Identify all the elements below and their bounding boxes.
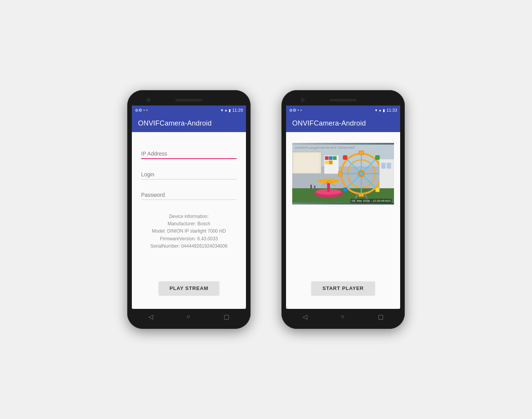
svg-rect-20	[359, 193, 364, 196]
camera-timestamp: 09. Mar 2018 - 12:29:46:623	[350, 199, 392, 203]
status-right-icons-1: ▾ ▲ ▮ 11:29	[221, 108, 243, 113]
speaker-1	[175, 99, 202, 101]
status-bar-2: ⚙ ▪ ● ▾ ▲ ▮ 11:33	[286, 106, 400, 115]
svg-rect-24	[375, 156, 379, 159]
phone-2-top	[286, 95, 400, 106]
signal-bars-1: ▲	[224, 108, 228, 112]
phone-2-screen: ⚙ ▪ ● ▾ ▲ ▮ 11:33 ONVIFCamera-Android	[286, 106, 400, 309]
sim-icon-2: ▪	[298, 108, 299, 112]
camera-feed: DINION IP starlight 7000 HD MFN: 7002-EA…	[292, 143, 394, 204]
svg-rect-11	[329, 161, 332, 164]
phone-1-screen: ⚙ ▪ ● ▾ ▲ ▮ 11:29 ONVIFCamera-Android	[132, 106, 246, 309]
app-title-1: ONVIFCamera-Android	[138, 119, 240, 127]
play-stream-button[interactable]: PLAY STREAM	[159, 282, 219, 295]
phone-1-body: ⚙ ▪ ● ▾ ▲ ▮ 11:29 ONVIFCamera-Android	[127, 90, 251, 329]
battery-icon-1: ▮	[229, 108, 231, 112]
status-time-1: 11:29	[232, 108, 243, 112]
firmware-label: FirmwareVersion: 6.43.0033	[141, 235, 237, 243]
status-left-icons-1: ⚙ ▪ ●	[135, 108, 148, 113]
wifi-icon-2: ▾	[375, 108, 377, 113]
device-info-block: Device information: Manufacturer: Bosch …	[141, 213, 237, 250]
nav-recents-2[interactable]: ▢	[378, 313, 384, 320]
start-player-button[interactable]: START PLAYER	[311, 282, 374, 295]
svg-rect-19	[359, 151, 364, 154]
app-title-2: ONVIFCamera-Android	[292, 119, 394, 127]
circle-icon-1: ●	[146, 108, 148, 112]
nav-home-2[interactable]: ○	[341, 313, 345, 320]
status-bar-1: ⚙ ▪ ● ▾ ▲ ▮ 11:29	[132, 106, 246, 115]
password-group	[141, 189, 237, 200]
gear-icon-1: ⚙	[135, 108, 142, 113]
svg-rect-5	[294, 153, 320, 172]
nav-recents-1[interactable]: ▢	[224, 313, 229, 320]
svg-rect-21	[338, 171, 342, 176]
start-player-container: START PLAYER	[292, 282, 394, 303]
gear-icon-2: ⚙	[289, 108, 296, 113]
signal-bars-2: ▲	[379, 108, 382, 112]
phone-1: ⚙ ▪ ● ▾ ▲ ▮ 11:29 ONVIFCamera-Android	[127, 90, 251, 329]
svg-rect-25	[343, 188, 347, 192]
front-camera-2	[301, 98, 305, 102]
svg-rect-39	[387, 163, 391, 169]
battery-icon-2: ▮	[383, 108, 385, 112]
ip-address-input[interactable]	[141, 147, 237, 159]
nav-back-2[interactable]: ◁	[303, 313, 307, 320]
status-left-icons-2: ⚙ ▪ ●	[289, 108, 302, 113]
nav-back-1[interactable]: ◁	[148, 313, 153, 320]
serial-label: SerialNumber: 044449261924034006	[141, 243, 237, 250]
svg-rect-23	[343, 156, 347, 159]
model-label: Model: DINION IP starlight 7000 HD	[141, 228, 237, 235]
status-time-2: 11:33	[386, 108, 397, 112]
svg-rect-9	[333, 156, 337, 160]
svg-rect-26	[375, 188, 379, 192]
svg-rect-38	[381, 163, 386, 169]
svg-rect-40	[310, 184, 312, 189]
phone-2-body: ⚙ ▪ ● ▾ ▲ ▮ 11:33 ONVIFCamera-Android	[281, 90, 405, 329]
manufacturer-label: Manufacturer: Bosch	[141, 220, 237, 228]
phone-2: ⚙ ▪ ● ▾ ▲ ▮ 11:33 ONVIFCamera-Android	[281, 90, 405, 329]
device-info-label: Device information:	[141, 213, 237, 220]
front-camera-1	[146, 98, 150, 102]
bottom-nav-2: ◁ ○ ▢	[286, 309, 400, 324]
screen-content-1: Device information: Manufacturer: Bosch …	[132, 132, 246, 309]
screen-content-2: DINION IP starlight 7000 HD MFN: 7002-EA…	[286, 132, 400, 309]
nav-home-1[interactable]: ○	[187, 313, 190, 320]
bottom-nav-1: ◁ ○ ▢	[132, 309, 246, 324]
phone-1-top	[132, 95, 246, 106]
login-group	[141, 168, 237, 179]
svg-rect-41	[314, 185, 316, 189]
password-input[interactable]	[141, 189, 237, 200]
svg-rect-10	[325, 161, 328, 164]
sim-icon-1: ▪	[143, 108, 145, 112]
login-input[interactable]	[141, 168, 237, 179]
status-right-icons-2: ▾ ▲ ▮ 11:33	[375, 108, 397, 113]
svg-rect-7	[325, 156, 328, 160]
app-bar-1: ONVIFCamera-Android	[132, 115, 246, 132]
app-bar-2: ONVIFCamera-Android	[286, 115, 400, 132]
circle-icon-2: ●	[300, 108, 302, 112]
play-stream-container: PLAY STREAM	[141, 282, 237, 301]
svg-rect-8	[329, 156, 332, 160]
speaker-2	[330, 99, 357, 101]
wifi-icon-1: ▾	[221, 108, 223, 113]
ip-address-group	[141, 147, 237, 159]
camera-scene-svg	[292, 143, 394, 204]
camera-overlay-text: DINION IP starlight 7000 HD MFN: 7002-EA…	[295, 145, 354, 149]
camera-feed-inner: DINION IP starlight 7000 HD MFN: 7002-EA…	[292, 143, 394, 204]
